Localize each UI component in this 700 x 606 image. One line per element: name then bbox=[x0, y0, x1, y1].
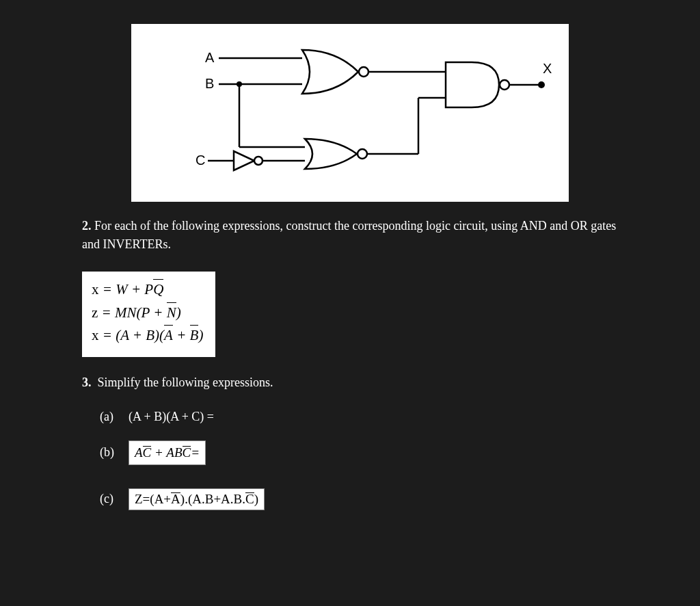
question-3-prompt: 3. Simplify the following expressions. bbox=[82, 373, 618, 392]
circuit-svg: .wire { stroke:#000; stroke-width:2.5; f… bbox=[131, 24, 569, 202]
label-B: B bbox=[205, 76, 214, 91]
q2-eq3: x = (A + B)(A + B) bbox=[92, 324, 203, 347]
label-C: C bbox=[196, 153, 205, 168]
logic-circuit-figure: .wire { stroke:#000; stroke-width:2.5; f… bbox=[131, 24, 569, 202]
page-root: .wire { stroke:#000; stroke-width:2.5; f… bbox=[0, 24, 700, 510]
nor-gate-lower bbox=[305, 139, 367, 169]
svg-point-14 bbox=[500, 80, 509, 90]
q3-a-expr: (A + B)(A + C) = bbox=[129, 410, 214, 424]
q3-text: Simplify the following expressions. bbox=[98, 376, 273, 389]
label-A: A bbox=[205, 50, 215, 65]
label-X: X bbox=[543, 61, 552, 76]
q3-item-b: (b) AC + ABC= bbox=[100, 440, 618, 465]
q3-c-label: (c) bbox=[100, 492, 129, 506]
q3-item-c: (c) Z=(A+A).(A.B+A.B.C) bbox=[100, 488, 618, 510]
q3-item-a: (a) (A + B)(A + C) = bbox=[100, 410, 618, 424]
q3-list: (a) (A + B)(A + C) = (b) AC + ABC= (c) Z… bbox=[100, 410, 618, 510]
q2-eq1: x = W + PQ bbox=[92, 278, 203, 302]
q2-text: For each of the following expressions, c… bbox=[82, 219, 616, 251]
svg-point-6 bbox=[254, 157, 262, 165]
q3-b-expr: AC + ABC= bbox=[129, 440, 206, 465]
q3-prefix: 3. bbox=[82, 376, 92, 389]
q2-prefix: 2. bbox=[82, 219, 92, 233]
svg-point-9 bbox=[358, 149, 367, 159]
nor-gate-upper bbox=[302, 50, 368, 94]
svg-point-8 bbox=[359, 67, 368, 77]
q2-equation-box: x = W + PQ z = MN(P + N) x = (A + B)(A +… bbox=[82, 272, 215, 357]
q2-eq2: z = MN(P + N) bbox=[92, 302, 203, 325]
q3-b-label: (b) bbox=[100, 445, 129, 460]
q3-c-expr: Z=(A+A).(A.B+A.B.C) bbox=[129, 488, 265, 510]
q3-a-label: (a) bbox=[100, 410, 129, 424]
question-2-prompt: 2. For each of the following expressions… bbox=[82, 217, 618, 254]
nand-gate bbox=[446, 62, 509, 107]
svg-point-16 bbox=[538, 81, 545, 88]
